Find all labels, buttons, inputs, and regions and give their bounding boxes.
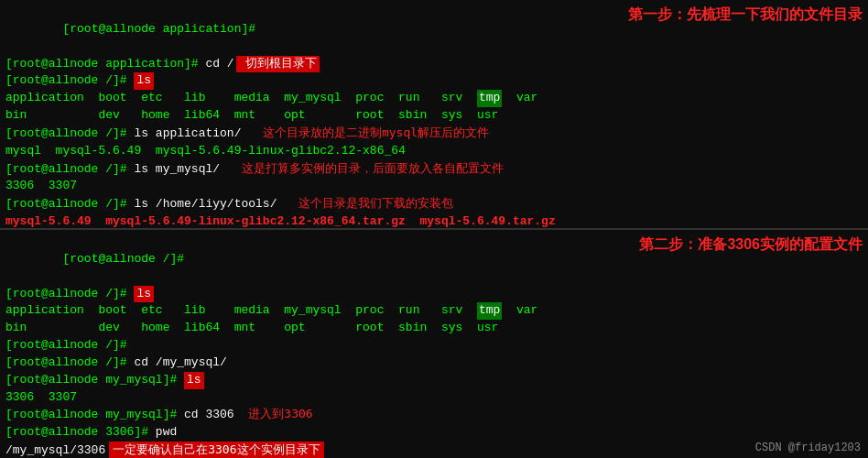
bottom-line-11: /my_mysql/3306一定要确认自己在3306这个实例目录下 — [5, 442, 863, 458]
tmp-highlight: tmp — [477, 90, 502, 107]
bottom-line-4: bin dev home lib64 mnt opt root sbin sys… — [5, 320, 863, 337]
bottom-line-1: [root@allnode /]# — [5, 234, 639, 286]
comment-cd-3306: 进入到3306 — [234, 406, 313, 423]
watermark: CSDN @friday1203 — [755, 441, 861, 454]
top-line-11: mysql-5.6.49 mysql-5.6.49-linux-glibc2.1… — [5, 213, 863, 228]
top-line-7: mysql mysql-5.6.49 mysql-5.6.49-linux-gl… — [5, 143, 863, 160]
bottom-line-10: [root@allnode 3306]# pwd — [5, 424, 863, 442]
bottom-header: 第二步：准备3306实例的配置文件 — [639, 234, 863, 256]
terminal: [root@allnode application]# 第一步：先梳理一下我们的… — [0, 0, 868, 458]
section-title-2: 第二步：准备3306实例的配置文件 — [639, 236, 863, 252]
top-line-9: 3306 3307 — [5, 178, 863, 195]
bottom-line-2: [root@allnode /]# ls — [5, 286, 863, 303]
bottom-line-9: [root@allnode my_mysql]# cd 3306 进入到3306 — [5, 406, 863, 424]
cut-to-root-box: 切到根目录下 — [236, 56, 320, 73]
section-title-1: 第一步：先梳理一下我们的文件目录 — [628, 6, 863, 22]
top-line-8: [root@allnode /]# ls my_mysql/ 这是打算多实例的目… — [5, 160, 863, 179]
top-line-4: application boot etc lib media my_mysql … — [5, 90, 863, 107]
comment-ls-app: 这个目录放的是二进制mysql解压后的文件 — [241, 125, 489, 142]
bottom-line-7: [root@allnode my_mysql]# ls — [5, 372, 863, 389]
top-header: 第一步：先梳理一下我们的文件目录 — [628, 4, 863, 26]
comment-ls-tools: 这个目录是我们下载的安装包 — [277, 195, 452, 213]
bottom-line-5: [root@allnode /]# — [5, 337, 863, 354]
top-section: [root@allnode application]# 第一步：先梳理一下我们的… — [0, 0, 868, 228]
top-line-10: [root@allnode /]# ls /home/liyy/tools/ 这… — [5, 195, 863, 213]
prompt-1: [root@allnode application]# — [62, 22, 262, 36]
ls-cmd-3: ls — [184, 372, 204, 389]
bottom-line-3: application boot etc lib media my_mysql … — [5, 302, 863, 320]
comment-pwd-confirm: 一定要确认自己在3306这个实例目录下 — [109, 442, 323, 458]
bottom-line-8: 3306 3307 — [5, 389, 863, 407]
top-line-6: [root@allnode /]# ls application/ 这个目录放的… — [5, 125, 863, 143]
ls-cmd-2: ls — [134, 286, 154, 303]
bottom-line-6: [root@allnode /]# cd /my_mysql/ — [5, 354, 863, 372]
top-line-2: [root@allnode application]# cd / 切到根目录下 — [5, 56, 863, 73]
bottom-section: [root@allnode /]# 第二步：准备3306实例的配置文件 [roo… — [0, 228, 868, 458]
comment-ls-mymysql: 这是打算多实例的目录，后面要放入各自配置文件 — [220, 160, 503, 178]
top-line-1: [root@allnode application]# — [5, 4, 628, 56]
tmp-highlight-2: tmp — [477, 302, 502, 320]
top-line-3: [root@allnode /]# ls — [5, 72, 863, 90]
ls-cmd-1: ls — [134, 72, 154, 90]
top-line-5: bin dev home lib64 mnt opt root sbin sys… — [5, 107, 863, 125]
